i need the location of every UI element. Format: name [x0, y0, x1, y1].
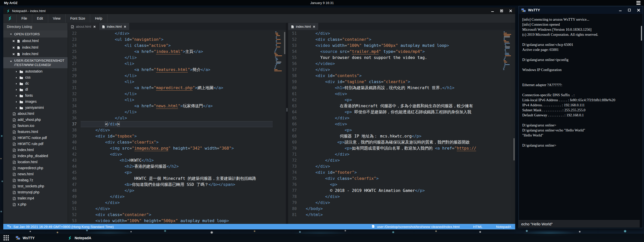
code-line[interactable]: <h1>特別為建築及鐵路而設，現代化的 Minecraft 世界.</h1> [301, 85, 502, 91]
sidebar-file-location.html[interactable]: location.html [3, 159, 68, 165]
scrollbar-thumb[interactable] [284, 32, 285, 54]
code-line[interactable]: <h2>香港的建築伺服器</h2> [81, 163, 273, 169]
code-line[interactable]: <h1>HKWTC</h1> [81, 157, 273, 163]
close-x-icon[interactable] [12, 45, 15, 49]
code-line[interactable]: </ul> [81, 115, 273, 121]
code-line[interactable]: <li> [81, 61, 273, 67]
code-line[interactable]: <div id="footer"> [301, 169, 502, 176]
close-x-icon[interactable] [12, 52, 15, 56]
sidebar-file-features.html[interactable]: features.html [3, 129, 68, 135]
code-line[interactable]: <a href="features.html">簡介</a> [81, 67, 273, 73]
code-line[interactable]: <div class="clearfix"> [301, 176, 502, 182]
sidebar-file-testmysql.php[interactable]: testmysql.php [3, 189, 68, 195]
code-line[interactable]: <a href="index.html">主頁</a> [81, 49, 273, 55]
code-line[interactable]: </div> [301, 151, 502, 157]
sidebar-file-mapredirect.php[interactable]: mapredirect.php [3, 165, 68, 171]
code-line[interactable]: <div id="tagline" class="clearfix"> [301, 79, 502, 85]
code-line[interactable]: <div> [301, 121, 502, 127]
code-line[interactable]: </div> [81, 206, 273, 212]
code-line[interactable]: <video width="100%" height="500px" autop… [301, 43, 502, 49]
tab-index.html[interactable]: index.html [288, 23, 319, 30]
scrollbar[interactable] [513, 30, 515, 224]
code-line[interactable]: <p> [301, 127, 502, 133]
open-editors-section[interactable]: OPEN EDITORS [3, 30, 68, 38]
code-line[interactable]: Your browser does not support the video … [301, 55, 502, 61]
sidebar-folder-dc[interactable]: dc [3, 80, 68, 86]
splitter-grip[interactable] [286, 108, 288, 112]
code-line[interactable]: <p> [301, 182, 502, 188]
pane-splitter[interactable] [286, 23, 288, 224]
code-line[interactable]: </div> [81, 127, 273, 133]
open-editor-item[interactable]: index.html [3, 44, 68, 51]
code-line[interactable]: 伺服器 IP 地址為： mcs.hkwtc.org</p> [301, 133, 502, 139]
code-line[interactable]: <div> [301, 91, 502, 97]
code-line[interactable]: <p>請注意，我們的伺服器為確保玩家及遊玩時的質素，我們對的服器開啟 [301, 139, 502, 145]
scrollbar-thumb[interactable] [641, 26, 642, 41]
code-line[interactable]: </div> [301, 194, 502, 200]
sidebar-file-index.html[interactable]: index.html [3, 147, 68, 153]
code-line[interactable]: </div> [81, 121, 273, 127]
code-area[interactable]: </div> <ul id="navigation"> <li class="a… [81, 30, 273, 224]
code-line[interactable]: </body> [301, 206, 502, 212]
open-editor-item[interactable]: about.html [3, 38, 68, 44]
code-line[interactable]: <div class="container"> [81, 212, 273, 218]
sidebar-file-HKWTC notice.pdf[interactable]: HKWTC notice.pdf [3, 135, 68, 141]
code-line[interactable]: </div> [81, 194, 273, 200]
code-line[interactable]: <li class="active"> [81, 43, 273, 49]
minimize-icon[interactable] [619, 9, 622, 12]
sidebar-file-x.php[interactable]: x.php [3, 201, 68, 207]
wstty-titlebar[interactable]: WsTTY [519, 6, 643, 14]
code-line[interactable]: 在香港的Minecraft 伺服器中，多為小遊戲和純生存的伺服器，較少擁有 [301, 103, 502, 109]
scrollbar-thumb[interactable] [513, 138, 515, 160]
close-icon[interactable] [509, 9, 512, 12]
sidebar-folder-autostation[interactable]: autostation [3, 68, 68, 74]
maximize-icon[interactable] [500, 9, 503, 12]
code-line[interactable]: </html> [301, 212, 502, 218]
code-line[interactable]: <div id="contents"> [301, 73, 502, 79]
menu-item-help[interactable]: Help [90, 14, 107, 23]
tab-about.html[interactable]: about.html [68, 23, 99, 30]
sidebar-root-folder[interactable]: USER:/DESKTOP/SCREENSHOT /TEST/WWW CLEAN… [3, 57, 68, 68]
menu-item-file[interactable]: File [16, 14, 32, 23]
code-line[interactable]: <a href="news.html">玩家傳送門</a> [81, 103, 273, 109]
notepada-titlebar[interactable]: NotepadA - index.html [3, 8, 515, 14]
sidebar-file-trailer.mp4[interactable]: trailer.mp4 [3, 195, 68, 201]
sidebar-file-HKWTC rule.pdf[interactable]: HKWTC rule.pdf [3, 141, 68, 147]
taskbar-item-notepada[interactable]: NotepadA [68, 234, 91, 242]
code-line[interactable]: </li> [81, 109, 273, 115]
code-line[interactable]: <p> 即使你不是建築師，你也能透過紅石師或鐵路工程師的身份加入我 [301, 109, 502, 115]
code-line[interactable]: </div> [301, 163, 502, 169]
sidebar-file-index.php_disabled[interactable]: index.php_disabled [3, 153, 68, 159]
scrollbar[interactable] [284, 30, 286, 224]
sidebar-file-favicon.ico[interactable]: favicon.ico [3, 123, 68, 129]
code-line[interactable]: <p> [81, 169, 273, 176]
menu-item-view[interactable]: View [48, 14, 66, 23]
tab-close-icon[interactable] [93, 25, 96, 28]
code-line[interactable]: </div> [81, 30, 273, 37]
terminal-input[interactable]: echo "Hello World" [519, 220, 640, 227]
minimize-icon[interactable] [491, 9, 494, 12]
sidebar-file-news.html[interactable]: news.html [3, 171, 68, 177]
code-line[interactable]: <li> [81, 79, 273, 85]
taskbar-item-wstty[interactable]: WsTTY [16, 234, 35, 242]
code-line[interactable]: <div class="clearfix"> [81, 139, 273, 145]
code-line[interactable]: </p> [81, 188, 273, 194]
code-line[interactable]: <p>如有問題或需要申請白名單，歡迎加入我們的 <a href="https:/… [301, 145, 502, 151]
menu-item-font-size[interactable]: Font Size [66, 14, 90, 23]
code-line[interactable]: </video> [301, 61, 502, 67]
sidebar-folder-fonts[interactable]: fonts [3, 92, 68, 98]
app-grid-icon[interactable] [4, 235, 9, 240]
code-line[interactable]: </li> [81, 55, 273, 61]
sidebar-folder-css[interactable]: css [3, 74, 68, 80]
sidebar-file-about.html[interactable]: about.html [3, 111, 68, 117]
code-line[interactable]: <a href="mapredirect.php">網上地圖</a> [81, 85, 273, 91]
code-line[interactable]: </div> [301, 157, 502, 163]
sidebar-file-add_vhost.php[interactable]: add_vhost.php [3, 117, 68, 123]
code-line[interactable]: </div> [301, 30, 502, 37]
code-line[interactable]: </div> [81, 200, 273, 206]
tab-index.html[interactable]: index.html [99, 23, 130, 30]
code-line[interactable]: <b>你知道我們全線伺服器已轉用 SSD 了嗎？</b></span> [81, 182, 273, 188]
code-line[interactable]: <div class="container"> [301, 37, 502, 43]
code-line[interactable]: </div> [301, 115, 502, 121]
code-line[interactable]: HKWTC 是一個 Minecraft 的建築伺服器，主要建築計劃包括鐵路 [81, 176, 273, 182]
